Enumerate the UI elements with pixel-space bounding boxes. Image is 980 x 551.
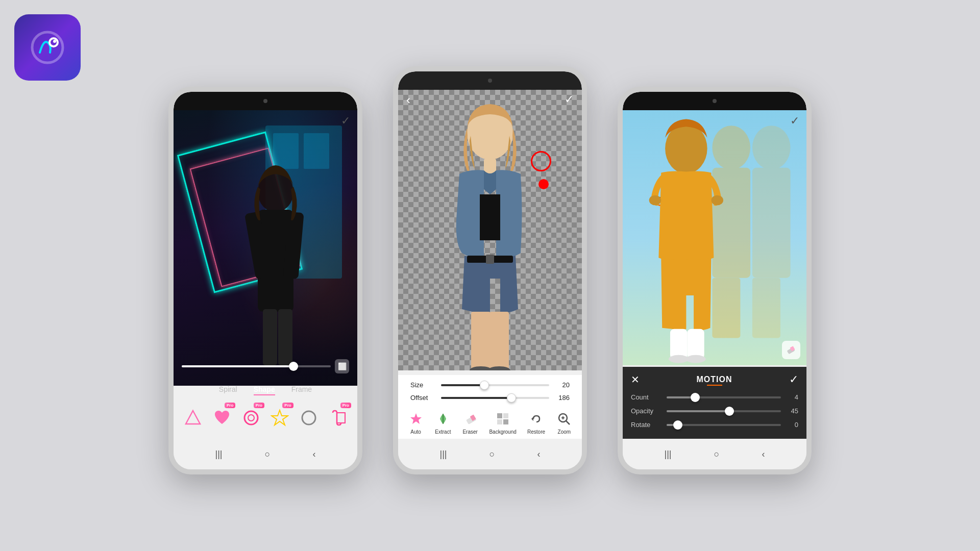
app-icon[interactable] [14,14,81,81]
ring-icon [300,409,318,427]
phone3-header-right: ✓ [790,114,799,128]
tool-background[interactable]: Background [489,411,516,435]
count-slider-thumb[interactable] [691,393,700,402]
tool-extract[interactable]: Extract [435,411,451,435]
motion-title: MOTION [697,375,732,384]
phone1-tabs: Spiral Shape Frame [174,385,357,395]
tool-eraser[interactable]: Eraser [462,411,478,435]
phone1-slider-track[interactable] [182,365,331,367]
svg-rect-44 [765,278,780,338]
shape-circle-o[interactable]: Pro [239,405,262,431]
opacity-slider-track[interactable] [667,410,781,412]
svg-line-35 [566,421,570,424]
phone3-controls: ✕ MOTION ✓ Count 4 [623,367,806,439]
phone3-women [641,115,806,365]
count-slider-row: Count 4 [631,393,798,401]
shape-ring[interactable] [298,405,321,431]
size-slider-track[interactable] [441,384,549,386]
scroll-icon [329,409,347,427]
phone2-nav-back[interactable]: ‹ [537,449,540,460]
svg-point-16 [302,411,315,424]
restore-icon [528,411,545,427]
svg-marker-12 [186,411,200,424]
offset-slider-row: Offset 186 [410,394,570,402]
tool-auto[interactable]: Auto [408,411,424,435]
star-icon [271,409,289,427]
size-slider-thumb[interactable] [480,381,489,390]
phone2-nav-hamburger[interactable]: ||| [440,449,447,460]
main-scene: ✓ ⬜ Spiral Shape Frame [0,0,980,551]
phone2-header: ‹ ✓ [406,93,574,107]
svg-point-2 [53,40,56,43]
tool-restore[interactable]: Restore [527,411,545,435]
phone1-slider-fill [182,365,293,367]
motion-header: ✕ MOTION ✓ [631,373,798,386]
phone1-check[interactable]: ✓ [341,114,350,128]
app-logo-svg [27,27,68,68]
shape-star[interactable]: Pro [268,405,291,431]
tool-auto-label: Auto [410,429,421,435]
phone1-nav-home[interactable]: ○ [265,449,271,460]
phone3-check-button[interactable]: ✓ [790,114,799,127]
phone1-eraser-button[interactable]: ⬜ [335,359,349,373]
opacity-slider-thumb[interactable] [725,407,734,416]
phone1-check-icon: ✓ [341,114,350,127]
phone1-slider-thumb[interactable] [289,362,298,371]
phone3-check-button-bottom[interactable]: ✓ [789,373,798,386]
phone2-back-button[interactable]: ‹ [406,93,410,107]
tab-shape[interactable]: Shape [254,385,275,395]
svg-point-0 [32,32,63,63]
rotate-slider-thumb[interactable] [673,420,682,430]
phone3-nav-back[interactable]: ‹ [762,449,765,460]
phone1-nav-hamburger[interactable]: ||| [215,449,223,460]
phone3-eraser-corner[interactable] [782,341,800,359]
shape-scroll[interactable]: Pro [326,405,349,431]
phone3-nav-hamburger[interactable]: ||| [665,449,672,460]
svg-marker-33 [531,417,533,421]
eraser-corner-icon [786,344,797,356]
phone3-content: ✓ ✕ MOTION ✓ Count [623,110,806,469]
red-eraser-circle [531,151,551,171]
svg-point-14 [248,415,254,421]
count-slider-track[interactable] [667,396,781,398]
phone1-nav-back[interactable]: ‹ [312,449,315,460]
circle-o-icon [242,409,260,427]
rotate-slider-track[interactable] [667,424,781,426]
rotate-slider-row: Rotate 0 [631,421,798,429]
tool-zoom-label: Zoom [558,429,571,435]
heart-icon [213,409,231,427]
phone2-nav-home[interactable]: ○ [489,449,495,460]
shape-heart[interactable]: Pro [211,405,234,431]
phone-1: ✓ ⬜ Spiral Shape Frame [168,87,362,474]
offset-slider-thumb[interactable] [507,393,516,403]
svg-point-51 [711,195,723,206]
phone1-slider-area: ⬜ [182,359,349,373]
tool-zoom[interactable]: Zoom [556,411,572,435]
svg-rect-31 [497,419,502,424]
phone3-close-button[interactable]: ✕ [631,373,640,386]
svg-point-49 [665,123,707,173]
phone3-image-area: ✓ [623,110,806,365]
tab-spiral[interactable]: Spiral [219,385,237,395]
opacity-slider-fill [667,410,729,412]
zoom-icon [556,411,572,427]
phone1-content: ✓ ⬜ Spiral Shape Frame [174,110,357,469]
phone-2: ‹ ✓ Size 20 [393,66,587,474]
svg-rect-10 [263,309,277,365]
size-label: Size [410,381,436,389]
phone2-check-button[interactable]: ✓ [565,93,574,107]
phone2-content: ‹ ✓ Size 20 [398,90,582,469]
phone3-nav-home[interactable]: ○ [714,449,720,460]
offset-label: Offset [410,394,436,402]
svg-rect-46 [712,168,750,278]
pro-badge-heart: Pro [225,403,235,408]
extract-icon [435,411,451,427]
offset-value: 186 [554,394,570,402]
shape-triangle[interactable] [182,405,205,431]
phone2-status-dot [488,79,492,83]
eraser-tool-icon [462,411,478,427]
svg-rect-4 [273,133,299,169]
phone3-notch [623,92,806,110]
tab-frame[interactable]: Frame [291,385,312,395]
offset-slider-track[interactable] [441,397,549,399]
